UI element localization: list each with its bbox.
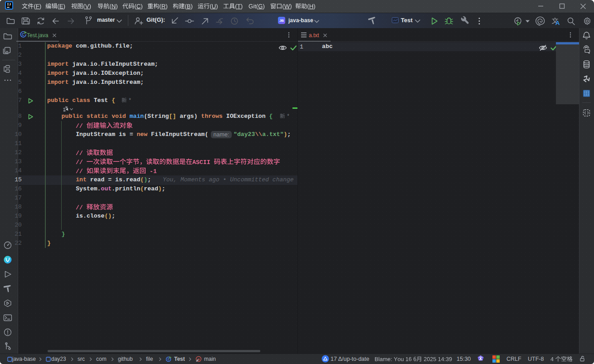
svg-text:JB: JB <box>279 19 284 23</box>
svg-text:IJ: IJ <box>7 3 11 6</box>
svg-text:C: C <box>22 32 24 37</box>
svg-text:A: A <box>555 19 560 26</box>
